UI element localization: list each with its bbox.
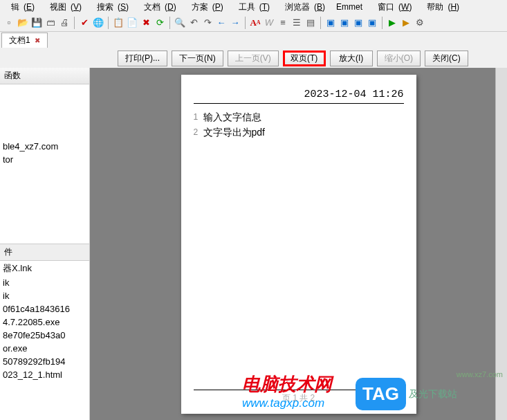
preview-area[interactable]: 2023-12-04 11:26 1 输入文字信息 2 文字导出为pdf 页 1… [90,68,507,420]
list-item[interactable]: 0f61c4a1843616 [0,302,89,316]
open-icon[interactable]: 📂 [17,17,29,29]
document-tab[interactable]: 文档1 ✖ [1,33,48,48]
page-timestamp: 2023-12-04 11:26 [194,89,404,103]
page-preview: 2023-12-04 11:26 1 输入文字信息 2 文字导出为pdf 页 1… [181,75,416,414]
undo-icon[interactable]: ↶ [187,17,200,29]
main-area: 函数 ble4_xz7.com tor 件 器X.lnk ik ik 0f61c… [0,68,507,420]
indent-icon[interactable]: ≡ [277,17,289,29]
menu-search[interactable]: 搜索(S) [89,1,133,14]
window4-icon[interactable]: ▣ [366,17,378,29]
gear-icon[interactable]: ⚙ [414,17,426,29]
preview-toolbar: 打印(P)... 下一页(N) 上一页(V) 双页(T) 放大(I) 缩小(O)… [0,48,507,68]
align-icon[interactable]: ▤ [304,17,317,29]
menu-tools[interactable]: 工具(T) [230,1,274,14]
close-icon[interactable]: ✖ [35,37,40,44]
separator [74,17,75,29]
forward-icon[interactable]: → [229,17,241,29]
list-item[interactable]: 023_12_1.html [0,368,89,381]
menu-browser[interactable]: 浏览器(B) [277,1,329,14]
window2-icon[interactable]: ▣ [338,17,351,29]
watermark-url: www.xz7.com [457,370,503,378]
watermark-text: 电脑技术网 [242,372,332,396]
copy-icon[interactable]: 📋 [112,17,125,29]
menu-view[interactable]: 视图(V) [42,1,86,14]
watermark-text: 及光下载站 [409,388,457,401]
function-list[interactable]: ble4_xz7.com tor [0,84,89,244]
list-item[interactable]: or.exe [0,342,89,355]
list-item[interactable]: 8e70fe25b43a0 [0,329,89,342]
watermark-tagxp: 电脑技术网 www.tagxp.com [242,372,332,410]
zoom-out-button[interactable]: 缩小(O) [377,51,421,66]
separator [245,17,246,29]
watermark-tag-badge: TAG 及光下载站 [356,378,457,410]
list-item[interactable]: 50789292fb194 [0,355,89,368]
tab-bar: 文档1 ✖ [0,32,507,48]
menu-emmet[interactable]: Emmet [332,1,367,12]
saveall-icon[interactable]: 🗃 [44,17,57,29]
list-item[interactable]: ik [0,276,89,289]
back-icon[interactable]: ← [215,17,228,29]
list-item[interactable]: 4.7.22085.exe [0,316,89,329]
line-number: 2 [194,125,203,140]
line-number: 1 [194,109,203,125]
list-item[interactable]: ik [0,289,89,302]
menu-edit[interactable]: 辑(E) [3,1,39,14]
run-icon[interactable]: ▶ [386,17,398,29]
font-icon[interactable]: AA [249,17,261,29]
menu-help[interactable]: 帮助(H) [418,1,463,14]
search-icon[interactable]: 🔍 [174,17,186,29]
spellcheck-icon[interactable]: ✔ [78,17,91,29]
separator [169,17,170,29]
text-line: 2 文字导出为pdf [194,125,404,140]
delete-icon[interactable]: ✖ [140,17,152,29]
word-icon[interactable]: W [263,17,275,29]
menu-document[interactable]: 文档(D) [136,1,181,14]
watermark-xz7: www.xz7.com [457,370,503,378]
text-line: 1 输入文字信息 [194,109,404,125]
refresh-icon[interactable]: ⟳ [154,17,166,29]
separator [382,17,382,29]
zoom-in-button[interactable]: 放大(I) [330,51,373,66]
next-page-button[interactable]: 下一页(N) [172,51,223,66]
new-icon[interactable]: ▫ [3,17,15,29]
separator [108,17,109,29]
print-icon[interactable]: 🖨 [58,17,71,29]
vertical-scrollbar[interactable] [495,68,507,420]
separator [320,17,321,29]
line-text: 文字导出为pdf [203,125,265,140]
toolbar: ▫ 📂 💾 🗃 🖨 ✔ 🌐 📋 📄 ✖ ⟳ 🔍 ↶ ↷ ← → AA W ≡ ☰… [0,14,507,32]
menu-scheme[interactable]: 方案(P) [183,1,228,14]
print-button[interactable]: 打印(P)... [118,51,167,66]
menu-window[interactable]: 窗口(W) [369,1,416,14]
tab-title: 文档1 [9,35,30,46]
prev-page-button[interactable]: 上一页(V) [228,51,279,66]
paste-icon[interactable]: 📄 [126,17,138,29]
close-button[interactable]: 关闭(C) [425,51,468,66]
line-text: 输入文字信息 [203,109,261,125]
sidebar-header[interactable]: 函数 [0,68,89,84]
sidebar: 函数 ble4_xz7.com tor 件 器X.lnk ik ik 0f61c… [0,68,90,420]
list-item[interactable]: ble4_xz7.com [0,140,89,153]
list-item[interactable]: 器X.lnk [0,261,89,276]
watermark-url: www.tagxp.com [242,396,332,410]
files-header[interactable]: 件 [0,244,89,261]
window1-icon[interactable]: ▣ [324,17,337,29]
divider [194,103,404,104]
redo-icon[interactable]: ↷ [201,17,214,29]
file-list[interactable]: 器X.lnk ik ik 0f61c4a1843616 4.7.22085.ex… [0,261,89,420]
menu-bar: 辑(E) 视图(V) 搜索(S) 文档(D) 方案(P) 工具(T) 浏览器(B… [0,0,507,14]
run2-icon[interactable]: ▶ [400,17,412,29]
list-icon[interactable]: ☰ [291,17,303,29]
list-item[interactable]: tor [0,153,89,166]
tag-badge-icon: TAG [356,378,406,410]
browser-icon[interactable]: 🌐 [92,17,104,29]
window3-icon[interactable]: ▣ [352,17,365,29]
two-page-button[interactable]: 双页(T) [283,51,326,66]
save-icon[interactable]: 💾 [30,17,43,29]
